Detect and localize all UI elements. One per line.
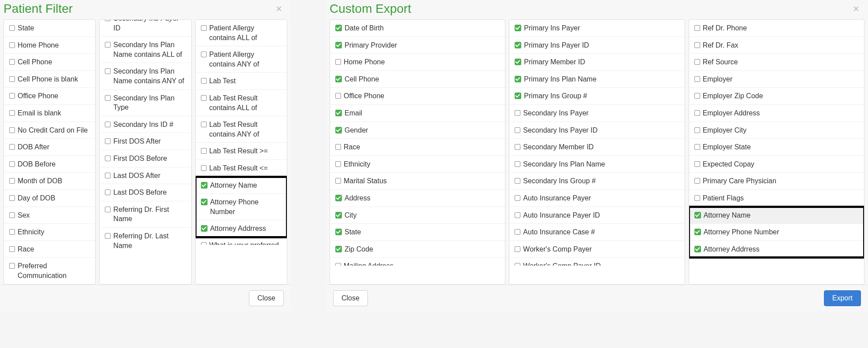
list-item[interactable]: City bbox=[330, 207, 505, 224]
list-item[interactable]: Cell Phone is blank bbox=[4, 71, 95, 88]
list-item[interactable]: Employer Address bbox=[689, 105, 864, 122]
close-icon[interactable]: × bbox=[274, 4, 284, 14]
checkbox-empty-icon[interactable] bbox=[515, 229, 520, 235]
checkbox-checked-icon[interactable] bbox=[515, 59, 521, 65]
list-item[interactable]: No Credit Card on File bbox=[4, 122, 95, 139]
list-item[interactable]: Referring Dr. Last Name bbox=[100, 228, 191, 254]
list-item[interactable]: Secondary Ins Plan Name contains ALL of bbox=[100, 37, 191, 63]
list-item[interactable]: State bbox=[330, 224, 505, 241]
checkbox-empty-icon[interactable] bbox=[9, 161, 15, 167]
list-item[interactable]: Last DOS After bbox=[100, 167, 191, 185]
checkbox-empty-icon[interactable] bbox=[9, 42, 15, 48]
checkbox-empty-icon[interactable] bbox=[335, 93, 341, 99]
list-item[interactable]: Auto Insurance Case # bbox=[509, 224, 684, 241]
list-item[interactable]: Employer Zip Code bbox=[689, 88, 864, 105]
list-item[interactable]: DOB After bbox=[4, 139, 95, 156]
list-item[interactable]: Office Phone bbox=[330, 88, 505, 105]
list-item[interactable]: Email is blank bbox=[4, 105, 95, 122]
list-item[interactable]: State bbox=[4, 20, 95, 37]
list-item[interactable]: Referring Dr. First Name bbox=[100, 201, 191, 228]
list-item[interactable]: Expected Copay bbox=[689, 156, 864, 173]
list-item[interactable]: Primary Member ID bbox=[509, 54, 684, 71]
list-item[interactable]: Primary Ins Payer ID bbox=[509, 37, 684, 54]
checkbox-empty-icon[interactable] bbox=[9, 263, 15, 269]
list-item[interactable]: Employer State bbox=[689, 139, 864, 156]
checkbox-checked-icon[interactable] bbox=[335, 76, 342, 82]
list-item[interactable]: Ethnicity bbox=[330, 156, 505, 173]
checkbox-checked-icon[interactable] bbox=[335, 110, 342, 116]
checkbox-empty-icon[interactable] bbox=[105, 138, 111, 144]
list-item[interactable]: Cell Phone bbox=[330, 71, 505, 88]
checkbox-empty-icon[interactable] bbox=[105, 155, 111, 161]
list-item[interactable]: Primary Ins Payer bbox=[509, 20, 684, 37]
checkbox-empty-icon[interactable] bbox=[515, 110, 520, 116]
list-item[interactable]: Zip Code bbox=[330, 241, 505, 258]
list-item[interactable]: Secondary Ins Payer bbox=[509, 105, 684, 122]
checkbox-empty-icon[interactable] bbox=[694, 93, 700, 99]
checkbox-empty-icon[interactable] bbox=[694, 178, 700, 184]
checkbox-checked-icon[interactable] bbox=[335, 42, 342, 48]
checkbox-empty-icon[interactable] bbox=[515, 144, 520, 150]
checkbox-empty-icon[interactable] bbox=[201, 95, 207, 101]
checkbox-empty-icon[interactable] bbox=[105, 19, 111, 21]
list-item[interactable]: Secondary Ins Plan Name contains ANY of bbox=[100, 63, 191, 89]
checkbox-empty-icon[interactable] bbox=[9, 195, 15, 201]
list-item[interactable]: Secondary Ins Plan Type bbox=[100, 90, 191, 116]
checkbox-empty-icon[interactable] bbox=[105, 68, 111, 74]
checkbox-empty-icon[interactable] bbox=[105, 122, 111, 127]
list-item[interactable]: Ref Dr. Phone bbox=[689, 20, 864, 37]
list-item[interactable]: Gender bbox=[330, 122, 505, 139]
checkbox-empty-icon[interactable] bbox=[201, 148, 207, 154]
checkbox-empty-icon[interactable] bbox=[9, 93, 15, 99]
list-item[interactable]: Lab Test bbox=[196, 73, 287, 90]
checkbox-checked-icon[interactable] bbox=[335, 229, 342, 235]
list-item[interactable]: Last DOS Before bbox=[100, 184, 191, 201]
list-item[interactable]: Cell Phone bbox=[4, 54, 95, 71]
checkbox-empty-icon[interactable] bbox=[335, 263, 341, 266]
checkbox-empty-icon[interactable] bbox=[201, 52, 207, 57]
list-item[interactable]: Patient Allergy contains ALL of bbox=[196, 20, 287, 46]
checkbox-empty-icon[interactable] bbox=[105, 173, 111, 178]
checkbox-empty-icon[interactable] bbox=[694, 110, 700, 116]
export-button[interactable]: Export bbox=[824, 290, 861, 306]
checkbox-empty-icon[interactable] bbox=[9, 76, 15, 82]
checkbox-empty-icon[interactable] bbox=[105, 189, 111, 195]
checkbox-empty-icon[interactable] bbox=[335, 178, 341, 184]
list-item[interactable]: Worker's Comp Payer bbox=[509, 241, 684, 258]
checkbox-empty-icon[interactable] bbox=[9, 178, 15, 184]
checkbox-empty-icon[interactable] bbox=[515, 161, 520, 167]
list-item[interactable]: What is your preferred bbox=[196, 237, 287, 245]
checkbox-empty-icon[interactable] bbox=[694, 59, 700, 65]
list-item[interactable]: Auto Insurance Payer bbox=[509, 190, 684, 207]
checkbox-checked-icon[interactable] bbox=[694, 246, 701, 252]
checkbox-checked-icon[interactable] bbox=[201, 182, 208, 189]
list-item[interactable]: Home Phone bbox=[4, 37, 95, 54]
list-item[interactable]: Secondary Ins Payer ID bbox=[100, 19, 191, 37]
checkbox-checked-icon[interactable] bbox=[335, 25, 342, 31]
list-item[interactable]: Secondary Ins ID # bbox=[100, 116, 191, 133]
checkbox-empty-icon[interactable] bbox=[515, 195, 520, 201]
checkbox-empty-icon[interactable] bbox=[9, 229, 15, 235]
checkbox-empty-icon[interactable] bbox=[9, 127, 15, 133]
checkbox-empty-icon[interactable] bbox=[9, 25, 15, 31]
checkbox-empty-icon[interactable] bbox=[694, 195, 700, 201]
list-item[interactable]: Lab Test Result contains ANY of bbox=[196, 116, 287, 143]
checkbox-checked-icon[interactable] bbox=[335, 212, 342, 218]
checkbox-empty-icon[interactable] bbox=[105, 95, 111, 101]
list-item[interactable]: Primary Care Physician bbox=[689, 173, 864, 190]
checkbox-empty-icon[interactable] bbox=[694, 76, 700, 82]
list-item[interactable]: Address bbox=[330, 190, 505, 207]
checkbox-checked-icon[interactable] bbox=[335, 195, 342, 201]
close-button[interactable]: Close bbox=[249, 290, 284, 306]
checkbox-empty-icon[interactable] bbox=[9, 110, 15, 116]
close-icon[interactable]: × bbox=[851, 4, 861, 14]
checkbox-checked-icon[interactable] bbox=[515, 25, 521, 31]
checkbox-empty-icon[interactable] bbox=[201, 25, 207, 31]
checkbox-checked-icon[interactable] bbox=[694, 229, 701, 235]
checkbox-empty-icon[interactable] bbox=[694, 25, 700, 31]
list-item[interactable]: Attorney Name bbox=[196, 177, 287, 194]
checkbox-empty-icon[interactable] bbox=[201, 242, 207, 245]
list-item[interactable]: Worker's Comp Payer ID bbox=[509, 258, 684, 266]
checkbox-empty-icon[interactable] bbox=[105, 233, 111, 239]
list-item[interactable]: Sex bbox=[4, 207, 95, 224]
